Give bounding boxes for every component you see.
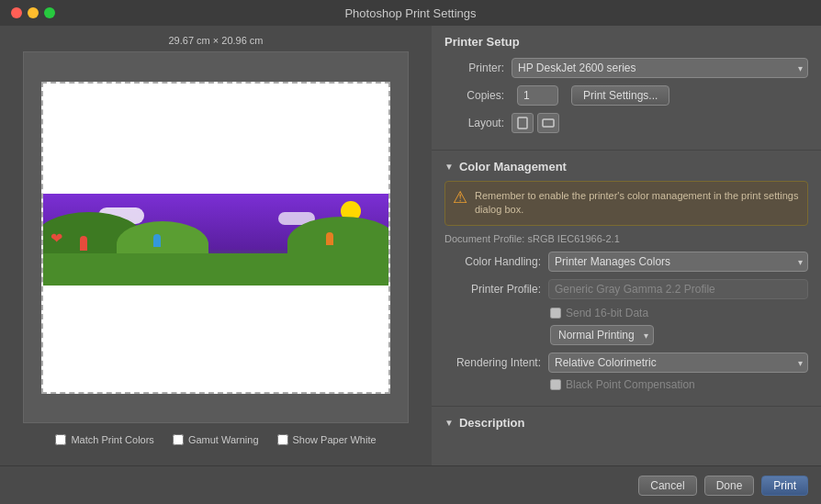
rendering-intent-select-wrapper: Relative Colorimetric [548, 353, 808, 373]
send-16bit-row: Send 16-bit Data [444, 307, 808, 319]
main-content: 29.67 cm × 20.96 cm ❤ [0, 26, 821, 465]
collapse-arrow-icon[interactable]: ▼ [444, 162, 454, 172]
color-management-section: ▼ Color Management ⚠ Remember to enable … [432, 151, 821, 407]
close-button[interactable] [11, 7, 22, 18]
warning-box: ⚠ Remember to enable the printer's color… [444, 181, 808, 226]
document-profile: Document Profile: sRGB IEC61966-2.1 [444, 233, 808, 244]
gamut-warning-checkbox[interactable]: Gamut Warning [173, 434, 259, 445]
send-16bit-checkbox [550, 308, 561, 319]
printer-setup-section: Printer Setup Printer: HP DeskJet 2600 s… [432, 26, 821, 151]
copies-row: Copies: Print Settings... [444, 85, 808, 106]
printer-profile-label: Printer Profile: [444, 283, 541, 296]
image-area: ❤ [43, 194, 388, 286]
ground [43, 253, 388, 286]
title-bar: Photoshop Print Settings [0, 0, 821, 26]
maximize-button[interactable] [44, 7, 55, 18]
black-point-checkbox [550, 379, 561, 390]
copies-label: Copies: [444, 89, 504, 102]
description-title-row: ▼ Description [444, 416, 808, 430]
svg-rect-0 [518, 118, 527, 129]
printer-select[interactable]: HP DeskJet 2600 series [512, 58, 808, 78]
gamut-warning-label: Gamut Warning [188, 434, 259, 445]
show-paper-white-checkbox[interactable]: Show Paper White [277, 434, 377, 445]
black-point-label: Black Point Compensation [566, 378, 695, 391]
printer-row: Printer: HP DeskJet 2600 series [444, 58, 808, 78]
dimension-label: 29.67 cm × 20.96 cm [168, 35, 263, 46]
printer-select-wrapper: HP DeskJet 2600 series [512, 58, 808, 78]
left-panel: 29.67 cm × 20.96 cm ❤ [0, 26, 432, 465]
normal-printing-select[interactable]: Normal Printing [550, 325, 654, 345]
printer-profile-value: Generic Gray Gamma 2.2 Profile [548, 279, 808, 299]
color-handling-select-wrapper: Printer Manages Colors [548, 252, 808, 272]
print-button[interactable]: Print [761, 476, 808, 496]
landscape-icon [542, 117, 555, 129]
minimize-button[interactable] [28, 7, 39, 18]
portrait-layout-button[interactable] [512, 113, 534, 133]
copies-input[interactable] [517, 85, 558, 106]
portrait-icon [516, 117, 529, 129]
bottom-bar: Match Print Colors Gamut Warning Show Pa… [46, 423, 385, 456]
rendering-intent-row: Rendering Intent: Relative Colorimetric [444, 353, 808, 373]
person-1 [80, 236, 87, 251]
layout-label: Layout: [444, 117, 504, 129]
traffic-lights [11, 7, 55, 18]
printer-profile-row: Printer Profile: Generic Gray Gamma 2.2 … [444, 279, 808, 299]
print-settings-button[interactable]: Print Settings... [571, 85, 669, 106]
color-management-title: Color Management [459, 160, 567, 174]
description-collapse-icon[interactable]: ▼ [444, 418, 454, 428]
heart-icon: ❤ [51, 230, 62, 247]
rendering-intent-label: Rendering Intent: [444, 356, 541, 369]
printer-label: Printer: [444, 62, 504, 74]
description-title: Description [459, 416, 525, 430]
color-handling-select[interactable]: Printer Manages Colors [548, 252, 808, 272]
send-16bit-label: Send 16-bit Data [566, 307, 648, 319]
normal-printing-select-wrapper: Normal Printing [550, 325, 654, 345]
printer-setup-title: Printer Setup [444, 35, 808, 49]
normal-printing-row: Normal Printing [444, 325, 808, 345]
print-preview: ❤ [23, 51, 409, 423]
landscape-layout-button[interactable] [537, 113, 559, 133]
match-colors-input[interactable] [55, 434, 66, 445]
match-colors-checkbox[interactable]: Match Print Colors [55, 434, 153, 445]
scene-image: ❤ [43, 194, 388, 286]
person-2 [153, 234, 161, 247]
color-handling-row: Color Handling: Printer Manages Colors [444, 252, 808, 272]
svg-rect-1 [543, 119, 554, 127]
warning-text: Remember to enable the printer's color m… [475, 189, 800, 218]
person-3 [326, 232, 333, 245]
warning-icon: ⚠ [453, 189, 467, 206]
color-handling-label: Color Handling: [444, 255, 541, 268]
show-paper-white-input[interactable] [277, 434, 288, 445]
footer: Cancel Done Print [0, 465, 821, 504]
layout-row: Layout: [444, 113, 808, 133]
color-management-title-row: ▼ Color Management [444, 160, 808, 174]
right-panel: Printer Setup Printer: HP DeskJet 2600 s… [432, 26, 821, 465]
layout-buttons [512, 113, 559, 133]
description-section: ▼ Description [432, 407, 821, 446]
done-button[interactable]: Done [704, 476, 755, 496]
cancel-button[interactable]: Cancel [638, 476, 696, 496]
black-point-row: Black Point Compensation [444, 378, 808, 391]
window-title: Photoshop Print Settings [344, 6, 476, 20]
show-paper-white-label: Show Paper White [293, 434, 377, 445]
paper-area: ❤ [41, 82, 390, 394]
rendering-intent-select[interactable]: Relative Colorimetric [548, 353, 808, 373]
match-colors-label: Match Print Colors [71, 434, 153, 445]
gamut-warning-input[interactable] [173, 434, 184, 445]
